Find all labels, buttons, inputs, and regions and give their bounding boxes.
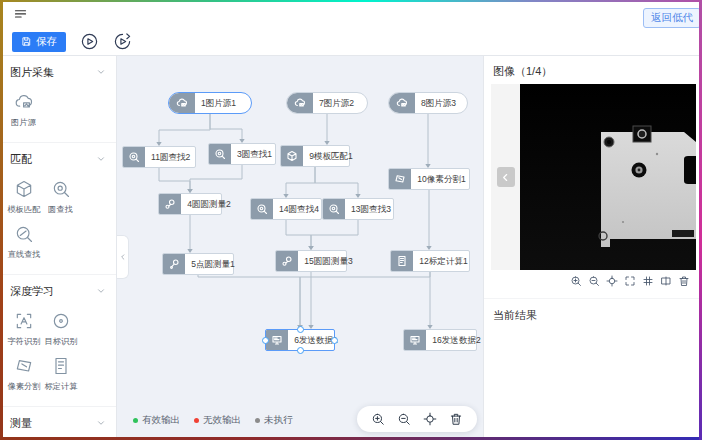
- sidebar-item-circle-find[interactable]: 圆查找: [43, 179, 78, 216]
- canvas-trash-button[interactable]: [449, 412, 463, 426]
- flow-node-13[interactable]: 13圆查找3: [322, 198, 394, 220]
- flow-node-16[interactable]: 16发送数据2: [403, 329, 477, 351]
- sidebar-section-title: 深度学习: [10, 284, 54, 299]
- flow-node-15[interactable]: 15圆圆测量3: [275, 250, 347, 272]
- sidebar-section-title: 图片采集: [10, 65, 54, 80]
- flow-node-6[interactable]: 6发送数据1: [265, 329, 335, 351]
- legend-item: 有效输出: [133, 414, 180, 427]
- right-panel: 图像（1/4）: [483, 56, 702, 440]
- sidebar-item-line-find[interactable]: 直线查找: [6, 224, 41, 261]
- measure-pc-icon: [163, 254, 185, 274]
- flow-edge: [159, 168, 190, 190]
- run-button[interactable]: [79, 32, 99, 52]
- flow-node-label: 11圆查找2: [146, 151, 195, 163]
- fullscreen-icon: [624, 275, 636, 287]
- sidebar-section: 图片采集图片源: [0, 59, 116, 143]
- flow-node-12[interactable]: 12标定计算1: [390, 250, 470, 272]
- tcp-icon: [404, 330, 426, 350]
- selection-handle[interactable]: [331, 337, 338, 344]
- save-icon: [21, 36, 32, 47]
- sidebar-item-ocr[interactable]: 字符识别: [6, 311, 41, 348]
- sidebar-item-segment[interactable]: 像素分割: [6, 356, 41, 393]
- selection-handle[interactable]: [297, 347, 304, 354]
- canvas-controls: [357, 406, 477, 432]
- sidebar-section-header[interactable]: 测量: [0, 410, 116, 436]
- flow-node-label: 15圆圆测量3: [300, 255, 358, 267]
- image-grid-button[interactable]: [642, 275, 654, 287]
- step-run-button[interactable]: [112, 32, 132, 52]
- flow-canvas[interactable]: 1图片源17图片源28图片源311圆查找23圆查找19模板匹配110像素分割14…: [117, 56, 483, 440]
- flow-node-1[interactable]: 1图片源1: [168, 92, 252, 114]
- legend-label: 有效输出: [142, 414, 180, 427]
- sidebar-section-header[interactable]: 深度学习: [0, 278, 116, 304]
- tool-sidebar: 图片采集图片源匹配模板匹配圆查找直线查找深度学习字符识别目标识别像素分割标定计算…: [0, 56, 117, 440]
- calc-icon: [391, 251, 413, 271]
- sidebar-section-title: 匹配: [10, 152, 32, 167]
- flow-node-11[interactable]: 11圆查找2: [122, 146, 196, 168]
- canvas-zoom-out-button[interactable]: [397, 412, 411, 426]
- legend-label: 未执行: [264, 414, 293, 427]
- chevron-down-icon: [96, 286, 106, 296]
- sidebar-items: 字符识别目标识别像素分割标定计算: [0, 304, 116, 404]
- sidebar-item-cloud-image[interactable]: 图片源: [6, 92, 41, 129]
- cloud-image-icon: [287, 93, 313, 113]
- image-locate-button[interactable]: [606, 275, 618, 287]
- flow-node-3[interactable]: 3圆查找1: [208, 143, 276, 165]
- back-to-lowcode-button[interactable]: 返回低代: [643, 8, 701, 28]
- flow-edge: [286, 220, 311, 247]
- cube-icon: [281, 146, 303, 166]
- flow-node-14[interactable]: 14圆查找4: [250, 198, 322, 220]
- zoom-out-icon: [397, 412, 411, 426]
- sidebar-collapse-tab[interactable]: [117, 235, 129, 279]
- flow-node-label: 5点圆测量1: [186, 258, 239, 270]
- flow-node-label: 13圆查找3: [346, 203, 395, 215]
- circle-find-icon: [209, 144, 231, 164]
- flow-node-9[interactable]: 9模板匹配1: [280, 145, 350, 167]
- save-button[interactable]: 保存: [12, 32, 66, 52]
- image-toolbar: [484, 275, 702, 287]
- flow-node-label: 16发送数据2: [428, 334, 483, 346]
- legend-item: 无效输出: [194, 414, 241, 427]
- flow-node-label: 8图片源3: [416, 97, 461, 109]
- sidebar-items: 模板匹配圆查找直线查找: [0, 172, 116, 272]
- flow-node-label: 10像素分割1: [413, 173, 471, 185]
- flow-node-7[interactable]: 7图片源2: [286, 92, 368, 114]
- sidebar-section-header[interactable]: 图片采集: [0, 59, 116, 85]
- ocr-icon: [14, 311, 34, 331]
- flow-node-label: 3圆查找1: [232, 148, 277, 160]
- sidebar-item-label: 图片源: [11, 117, 36, 129]
- image-trash-button[interactable]: [678, 275, 690, 287]
- image-fullscreen-button[interactable]: [624, 275, 636, 287]
- flow-node-4[interactable]: 4圆圆测量2: [158, 193, 222, 215]
- flow-edge: [315, 167, 358, 195]
- legend-dot: [133, 418, 138, 423]
- sidebar-item-calc[interactable]: 标定计算: [43, 356, 78, 393]
- flow-node-10[interactable]: 10像素分割1: [388, 168, 470, 190]
- image-panel-title: 图像（1/4）: [484, 56, 702, 84]
- sidebar-section-header[interactable]: 匹配: [0, 146, 116, 172]
- sidebar-item-target[interactable]: 目标识别: [43, 311, 78, 348]
- image-zoom-in-button[interactable]: [570, 275, 582, 287]
- circle-find-icon: [123, 147, 145, 167]
- locate-icon: [606, 275, 618, 287]
- menu-icon[interactable]: [13, 7, 28, 26]
- previous-image-button[interactable]: [497, 167, 515, 187]
- canvas-zoom-in-button[interactable]: [371, 412, 385, 426]
- grid-icon: [642, 275, 654, 287]
- flow-node-5[interactable]: 5点圆测量1: [162, 253, 234, 275]
- image-zoom-out-button[interactable]: [588, 275, 600, 287]
- flow-edge: [159, 114, 210, 143]
- circle-find-icon: [323, 199, 345, 219]
- selection-handle[interactable]: [297, 326, 304, 333]
- canvas-locate-button[interactable]: [423, 412, 437, 426]
- selection-handle[interactable]: [262, 337, 269, 344]
- flow-node-8[interactable]: 8图片源3: [388, 92, 468, 114]
- segment-icon: [389, 169, 411, 189]
- sidebar-item-label: 标定计算: [44, 381, 77, 393]
- flow-node-label: 7图片源2: [314, 97, 359, 109]
- current-result-title: 当前结果: [484, 298, 702, 323]
- sidebar-items: 图片源: [0, 85, 116, 140]
- image-compare-button[interactable]: [660, 275, 672, 287]
- calc-icon: [51, 356, 71, 376]
- sidebar-item-cube[interactable]: 模板匹配: [6, 179, 41, 216]
